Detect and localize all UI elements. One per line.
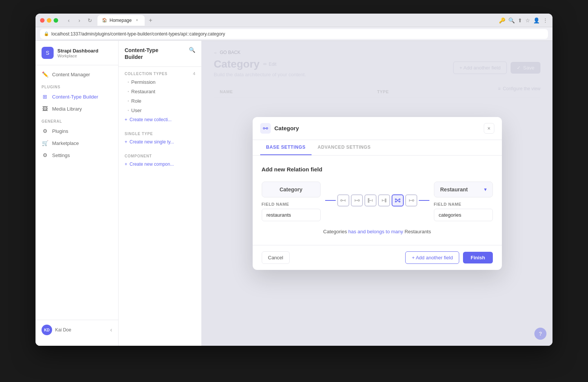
plus-icon-component: + [125, 162, 127, 167]
right-field-input[interactable] [434, 209, 493, 221]
marketplace-icon: 🛒 [42, 140, 48, 146]
reload-button[interactable]: ↻ [85, 16, 94, 25]
svg-point-9 [368, 200, 369, 201]
back-nav-button[interactable]: ‹ [64, 16, 73, 25]
sidebar-item-plugins[interactable]: ⚙ Plugins [35, 125, 118, 137]
svg-point-26 [399, 201, 400, 202]
user-name: Kai Doe [55, 327, 71, 333]
traffic-lights [40, 18, 58, 23]
ctb-item-user[interactable]: User [119, 106, 201, 115]
relation-modal: Category × BASE SETTINGS ADVANCED SETTIN… [253, 117, 502, 270]
right-entity-name: Restaurant [440, 186, 468, 193]
sidebar-item-media-library[interactable]: 🖼 Media Library [35, 103, 118, 115]
ctb-panel-title: Content-TypeBuilder [125, 47, 158, 60]
ctb-create-component-label: Create new compon... [130, 162, 174, 167]
ctb-header: Content-TypeBuilder 🔍 [119, 41, 201, 67]
modal-title-row: Category [260, 123, 299, 134]
browser-tab-homepage[interactable]: 🏠 Homepage × [97, 15, 145, 26]
maximize-button[interactable] [54, 18, 58, 23]
modal-close-button[interactable]: × [484, 123, 494, 134]
rel-type-belongs-to-btn[interactable] [405, 194, 417, 206]
sidebar-item-content-manager[interactable]: ✏️ Content Manager [35, 68, 118, 80]
lock-icon: 🔒 [44, 31, 49, 36]
ctb-collection-header: COLLECTION TYPES 4 [119, 70, 201, 77]
sidebar-item-marketplace[interactable]: 🛒 Marketplace [35, 137, 118, 149]
address-bar[interactable]: 🔒 localhost:1337/admin/plugins/content-t… [40, 29, 548, 39]
relation-desc-prefix: Categories [323, 229, 348, 234]
ctb-label: Content-Type Builder [52, 94, 98, 100]
tab-favicon: 🏠 [102, 18, 107, 23]
add-another-button[interactable]: + Add another field [405, 251, 459, 264]
plus-icon-single: + [125, 139, 127, 145]
tab-advanced-settings[interactable]: ADVANCED SETTINGS [312, 140, 377, 155]
tab-base-settings[interactable]: BASE SETTINGS [260, 140, 312, 155]
ctb-panel: Content-TypeBuilder 🔍 COLLECTION TYPES 4… [119, 41, 202, 346]
relation-desc-highlight: has and belongs to many [348, 229, 403, 234]
page-area: ← GO BACK Category ✏ Edit Build the data… [202, 41, 553, 346]
ctb-item-permission-label: Permission [131, 79, 156, 85]
plugins-section-label: PLUGINS [35, 80, 118, 91]
profile-icon[interactable]: 👤 [533, 17, 540, 23]
plugins-label: Plugins [52, 128, 68, 134]
ctb-item-restaurant-label: Restaurant [131, 89, 156, 94]
collection-types-count: 4 [193, 71, 195, 76]
brand-icon: S [42, 47, 54, 59]
svg-point-25 [399, 199, 400, 200]
rel-type-many-to-many-btn[interactable] [392, 194, 404, 206]
relation-type-selector [325, 194, 429, 208]
ctb-search-icon[interactable]: 🔍 [189, 47, 195, 53]
new-tab-button[interactable]: + [146, 16, 155, 25]
ctb-item-role[interactable]: Role [119, 96, 201, 106]
relation-buttons-row [325, 194, 429, 206]
sidebar-item-settings[interactable]: ⚙ Settings [35, 149, 118, 161]
sidebar-item-content-type-builder[interactable]: ⊞ Content-Type Builder [35, 91, 118, 103]
ctb-create-single-label: Create new single ty... [130, 139, 174, 145]
rel-type-one-from-btn[interactable] [351, 194, 363, 206]
zoom-icon[interactable]: 🔍 [508, 17, 515, 23]
forward-nav-button[interactable]: › [75, 16, 84, 25]
user-avatar[interactable]: KD [42, 325, 52, 335]
close-button[interactable] [40, 18, 45, 23]
sidebar-footer: KD Kai Doe ‹ [35, 320, 118, 340]
finish-button[interactable]: Finish [463, 252, 492, 263]
minimize-button[interactable] [47, 18, 51, 23]
rel-type-many-to-one-btn[interactable] [364, 194, 377, 206]
app-content: S Strapi Dashboard Workplace ✏️ Content … [35, 41, 553, 346]
tab-bar: 🏠 Homepage × + [97, 15, 493, 26]
ctb-single-header: SINGLE TYPE [119, 130, 201, 137]
tab-close-button[interactable]: × [134, 17, 140, 23]
modal-title-icon [260, 123, 271, 134]
svg-point-10 [368, 199, 369, 200]
rel-type-one-to-many-btn[interactable] [378, 194, 390, 206]
right-entity-box: Restaurant ▾ [434, 182, 493, 197]
share-icon[interactable]: ⬆ [518, 17, 522, 23]
modal-section-title: Add new Relation field [262, 166, 493, 173]
collection-types-label: COLLECTION TYPES [125, 72, 167, 76]
cancel-button[interactable]: Cancel [262, 251, 290, 264]
url-text: localhost:1337/admin/plugins/content-typ… [51, 31, 225, 37]
content-manager-icon: ✏️ [42, 71, 48, 77]
left-field-input[interactable] [262, 209, 321, 221]
svg-point-1 [266, 128, 268, 129]
ctb-item-permission[interactable]: Permission [119, 77, 201, 87]
bookmark-icon[interactable]: ☆ [525, 17, 530, 23]
ctb-create-single[interactable]: + Create new single ty... [119, 137, 201, 146]
left-field-label: Field name [262, 202, 321, 206]
browser-window: ‹ › ↻ 🏠 Homepage × + 🔑 🔍 ⬆ ☆ 👤 ⋮ 🔒 local… [35, 14, 553, 346]
footer-right: + Add another field Finish [405, 251, 492, 264]
ctb-create-collection[interactable]: + Create new collecti... [119, 115, 201, 124]
content-manager-label: Content Manager [52, 72, 90, 77]
key-icon[interactable]: 🔑 [499, 17, 505, 23]
ctb-create-component[interactable]: + Create new compon... [119, 160, 201, 169]
svg-point-11 [368, 202, 369, 203]
menu-icon[interactable]: ⋮ [543, 17, 548, 23]
marketplace-label: Marketplace [52, 140, 79, 146]
entity-dropdown-icon[interactable]: ▾ [484, 187, 486, 192]
ctb-component-header: COMPONENT [119, 152, 201, 160]
svg-point-19 [395, 199, 396, 200]
ctb-collection-section: COLLECTION TYPES 4 Permission Restaurant… [119, 67, 201, 127]
rel-type-one-to-btn[interactable] [337, 194, 349, 206]
ctb-item-role-label: Role [131, 98, 142, 104]
ctb-item-restaurant[interactable]: Restaurant [119, 87, 201, 96]
sidebar-expand-icon[interactable]: ‹ [110, 327, 112, 333]
